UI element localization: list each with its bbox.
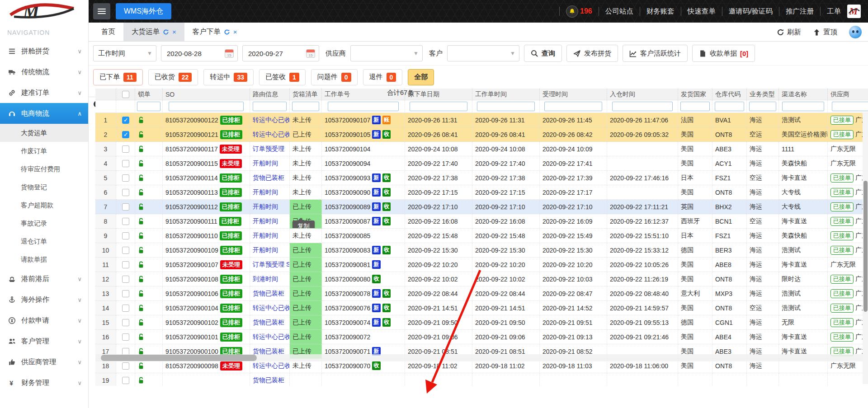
supplier-select[interactable]: ▼ [350,45,423,61]
route-info-link[interactable]: 转运中心已收货 [253,362,290,370]
route-info-link[interactable]: 订单预受理 [253,145,284,153]
row-checkbox[interactable] [122,174,129,182]
row-checkbox[interactable] [122,261,129,268]
app-tab-wms[interactable]: WMS海外仓 [116,3,171,19]
route-info-link[interactable]: 到港时间 [253,275,278,283]
lock-icon[interactable] [138,145,144,153]
customer-activity-button[interactable]: 客户活跃统计 [623,45,688,62]
row-checkbox[interactable] [122,218,129,225]
close-icon[interactable]: × [233,28,237,35]
column-filter-input[interactable] [410,102,467,111]
route-info-link[interactable]: 转运中心已收货 [253,116,290,124]
route-info-link[interactable]: 转运中心已收货 [253,131,290,139]
horizontal-scrollbar-thumb[interactable] [101,355,257,361]
table-row[interactable]: 13910537200900106已排柜货物已装柜已上传105372009007… [95,286,868,301]
route-info-link[interactable]: 货物已装柜 [253,319,284,327]
notification-bell[interactable]: 196 [566,5,592,18]
lock-icon[interactable] [138,377,144,384]
lock-icon[interactable] [138,305,144,312]
table-row[interactable]: 9810537200900110已排柜开船时间未上传10537200900852… [95,229,868,243]
lock-icon[interactable] [138,247,144,254]
row-checkbox[interactable] [122,131,129,138]
lock-icon[interactable] [138,232,144,239]
sidebar-subitem[interactable]: 货物登记 [0,178,88,196]
row-checkbox[interactable] [122,333,129,341]
column-filter-input[interactable] [832,102,868,111]
refresh-button[interactable]: 刷新 [777,28,801,37]
row-checkbox[interactable] [122,362,129,370]
lock-icon[interactable] [138,174,144,182]
column-filter-input[interactable] [782,102,824,111]
column-filter-input[interactable] [253,102,287,111]
route-info-link[interactable]: 开船时间 [253,203,278,211]
sidebar-subitem[interactable]: 待审应付费用 [0,160,88,178]
column-filter-input[interactable] [328,102,399,111]
sidebar-subitem[interactable]: 作废订单 [0,142,88,160]
vertical-scrollbar[interactable] [863,113,868,384]
table-row[interactable]: 8910537200900111已排柜开船时间已上传复制105372009008… [95,214,868,229]
lock-icon[interactable] [138,319,144,326]
status-filter-转运中[interactable]: 转运中33 [203,69,254,85]
horizontal-scrollbar[interactable] [95,354,868,361]
close-icon[interactable]: × [172,28,176,35]
status-filter-问题件[interactable]: 问题件0 [311,69,358,85]
sidebar-subitem[interactable]: 事故记录 [0,214,88,232]
sidebar-group-thumb[interactable]: 供应商管理∨ [0,352,88,372]
route-info-link[interactable]: 货物已装柜 [253,290,284,298]
lock-icon[interactable] [138,203,144,211]
sidebar-group-link[interactable]: 建准订单∨ [0,82,88,103]
tab-客户下单[interactable]: 客户下单× [184,23,245,41]
table-row[interactable]: 19货物已装柜 [95,373,868,386]
lock-icon[interactable] [138,362,144,370]
hamburger-menu-icon[interactable] [93,3,110,19]
sidebar-subitem[interactable]: 客户超期款 [0,196,88,214]
sidebar-group-ship[interactable]: 港前港后∨ [0,268,88,289]
date-to-input[interactable]: 2020-09-2715 [242,45,319,61]
lock-icon[interactable] [138,160,144,167]
topbar-menu-item[interactable]: 推广注册 [786,7,814,16]
sidebar-group-money[interactable]: 付款申请∨ [0,310,88,331]
sidebar-subitem[interactable]: 大货运单 [0,124,88,142]
tab-首页[interactable]: 首页 [93,23,123,41]
route-info-link[interactable]: 转运中心已收货 [253,333,290,341]
topbar-menu-item[interactable]: 工单 [827,7,841,16]
row-checkbox[interactable] [122,377,129,384]
column-filter-input[interactable] [749,102,776,111]
route-info-link[interactable]: 货物已装柜 [253,174,284,182]
publish-consolidation-button[interactable]: 发布拼货 [566,45,618,62]
table-row[interactable]: 5910537200900114已排柜货物已装柜未上传1053720090093… [95,171,868,185]
search-button[interactable]: 查询 [524,45,562,62]
sidebar-group-list[interactable]: 拼舱拼货∨ [0,41,88,61]
topbar-menu-item[interactable]: 财务账套 [646,7,675,16]
sidebar-subitem[interactable]: 请款单据 [0,250,88,268]
sidebar-subitem[interactable]: 退仓订单 [0,232,88,250]
route-info-link[interactable]: 开船时间 [253,159,278,168]
lock-icon[interactable] [138,117,144,124]
receipt-documents-button[interactable]: 收款单据 [0] [692,45,755,62]
route-info-link[interactable]: 开船时间 [253,217,278,225]
lock-icon[interactable] [138,276,144,283]
row-checkbox[interactable] [122,247,129,254]
row-checkbox[interactable] [122,145,129,153]
tab-大货运单[interactable]: 大货运单× [123,23,184,41]
route-info-link[interactable]: 开船时间 [253,188,278,197]
sidebar-group-yen[interactable]: ¥财务管理∨ [0,372,88,393]
table-row[interactable]: 11910537200900107未受理订单预受理 SO已上传105372009… [95,258,868,272]
table-row[interactable]: 3810537200900117未受理订单预受理未上传1053720090104… [95,142,868,156]
row-checkbox[interactable] [122,319,129,326]
table-row[interactable]: 12910537200900108已排柜到港时间已上传1053720090080… [95,272,868,286]
column-filter-input[interactable] [715,102,744,111]
row-checkbox[interactable] [122,117,129,124]
refresh-tab-icon[interactable] [224,29,230,35]
topbar-menu-item[interactable]: 邀请码/验证码 [729,7,773,16]
sidebar-group-users[interactable]: 客户管理∨ [0,331,88,352]
lock-icon[interactable] [138,290,144,297]
column-filter-input[interactable] [612,102,673,111]
topbar-menu-item[interactable]: 公司站点 [605,7,633,16]
date-from-input[interactable]: 2020-08-2815 [161,45,238,61]
table-row[interactable]: 14910537200900104已排柜转运中心已收货已上传1053720090… [95,301,868,315]
table-row[interactable]: 4810537200900115未受理开船时间未上传10537200900942… [95,156,868,171]
status-filter-已下单[interactable]: 已下单11 [93,69,143,85]
sidebar-group-headset[interactable]: 电商物流∧ [0,103,88,124]
time-field-select[interactable]: 工作时间▼ [93,45,156,61]
